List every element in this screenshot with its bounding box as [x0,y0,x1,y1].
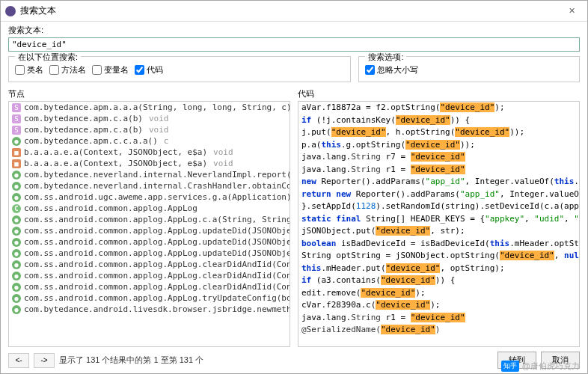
node-sig: com.ss.android.common.applog.AppLog.upda… [24,237,290,247]
code-row[interactable]: @SerializedName("device_id") [298,324,579,337]
node-sig: com.ss.android.common.applog.AppLog.c.a(… [24,215,290,224]
node-ret: void [149,125,169,135]
node-icon: ● [12,171,21,180]
node-row[interactable]: ●com.ss.android.common.applog.AppLog.cle… [9,281,290,292]
code-row[interactable]: jSONObject.put("device_id", str); [298,225,579,238]
code-row[interactable]: boolean isBadDeviceId = isBadDeviceId(th… [298,238,579,251]
node-ret: void [213,147,233,157]
options-legend: 搜索选项: [365,52,406,63]
status-text: 显示了 131 个结果中的第 1 至第 131 个 [59,355,493,366]
node-row[interactable]: ■b.a.a.a.e.a(Context, JSONObject, e$a)vo… [9,147,290,158]
scope-check-1[interactable]: 方法名 [49,64,86,76]
node-row[interactable]: ●com.ss.android.ugc.aweme.app.services.g… [9,191,290,203]
code-row[interactable]: String optString = jSONObject.optString(… [298,250,579,263]
scope-check-2[interactable]: 变量名 [92,64,129,76]
node-row[interactable]: ●com.ss.android.common.applog.AppLog.upd… [9,225,290,236]
watermark-text: @唐伯虎巧克力 [522,361,580,372]
node-row[interactable]: ●com.ss.android.common.applog.AppLog.upd… [9,248,290,259]
node-row[interactable]: Scom.bytedance.apm.a.a.a(String, long, l… [9,102,290,113]
node-sig: com.ss.android.common.applog.AppLog.tryU… [24,293,290,303]
node-sig: com.ss.android.ugc.aweme.app.services.g.… [24,192,290,202]
code-row[interactable]: return new Reporter().addParams("app_id"… [298,188,579,201]
node-sig: com.bytedance.apm.a.a.a(String, long, lo… [24,102,290,112]
scope-fieldset: 在以下位置搜索: 类名方法名变量名代码 [8,56,351,82]
node-row[interactable]: ●com.ss.android.common.applog.AppLog.try… [9,292,290,304]
node-sig: com.bytedance.apm.c.a(b) [24,114,143,123]
watermark: 知乎 @唐伯虎巧克力 [501,361,580,372]
node-row[interactable]: ●com.ss.android.common.applog.AppLog.cle… [9,259,290,270]
option-check-0[interactable]: 忽略大小写 [365,64,418,76]
node-row[interactable]: ●com.ss.android.common.applog.AppLog.c.a… [9,214,290,225]
node-row[interactable]: ●com.ss.android.common.applog.AppLog.upd… [9,236,290,248]
code-row[interactable]: new Reporter().addParams("app_id", Integ… [298,176,579,188]
code-row[interactable]: if (a3.contains("device_id")) { [298,275,579,287]
code-row[interactable]: this.mHeader.put("device_id", optString)… [298,263,579,275]
close-button[interactable]: ✕ [560,4,583,19]
code-row[interactable]: java.lang.String r7 = "device_id" [298,151,579,164]
results-row: 节点 Scom.bytedance.apm.a.a.a(String, long… [1,87,587,347]
node-row[interactable]: ●com.bytedance.neverland.internal.Neverl… [9,169,290,180]
code-row[interactable]: j.put("device_id", h.optString("device_i… [298,126,579,139]
nodes-list[interactable]: Scom.bytedance.apm.a.a.a(String, long, l… [8,101,290,347]
node-sig: com.bytedance.neverland.internal.Neverla… [24,170,290,180]
node-icon: ● [12,249,21,258]
options-fieldset: 搜索选项: 忽略大小写 [358,56,580,82]
node-icon: ● [12,182,21,191]
scope-legend: 在以下位置搜索: [15,52,81,63]
next-button[interactable]: -> [34,353,55,368]
zhihu-icon: 知乎 [501,361,519,372]
node-sig: b.a.a.a.e.a(Context, JSONObject, e$a) [24,159,207,168]
node-sig: b.a.a.a.e.a(Context, JSONObject, e$a) [24,147,207,157]
scope-check-3[interactable]: 代码 [135,64,163,76]
node-sig: com.ss.android.common.applog.AppLog.clea… [24,260,290,269]
node-icon: ● [12,227,21,236]
search-input[interactable] [8,37,580,52]
code-row[interactable]: aVar.f18872a = f2.optString("device_id")… [298,102,579,114]
code-row[interactable]: edit.remove("device_id"); [298,287,579,300]
node-icon: ● [12,283,21,292]
code-row[interactable]: p.a(this.g.optString("device_id")); [298,139,579,152]
code-row[interactable]: static final String[] HEADER_KEYS = {"ap… [298,213,579,226]
node-sig: com.ss.android.common.applog.AppLog [24,203,197,213]
code-row[interactable]: }.setAppId(1128).setRandomId(string).set… [298,200,579,213]
node-ret: void [149,114,169,123]
node-sig: com.ss.android.common.applog.AppLog.upda… [24,248,290,258]
node-icon: ● [12,294,21,303]
node-icon: ● [12,193,21,202]
node-icon: ● [12,215,21,224]
node-sig: com.ss.android.common.applog.AppLog.clea… [24,271,290,280]
nodes-panel: 节点 Scom.bytedance.apm.a.a.a(String, long… [8,87,290,347]
node-row[interactable]: Scom.bytedance.apm.c.a(b)void [9,113,290,124]
search-section: 搜索文本: [1,22,587,53]
window-title: 搜索文本 [20,4,560,17]
code-row[interactable]: java.lang.String r1 = "device_id" [298,164,579,177]
code-row[interactable]: cVar.f28390a.c("device_id"); [298,299,579,312]
code-list[interactable]: aVar.f18872a = f2.optString("device_id")… [298,101,580,347]
scope-check-0[interactable]: 类名 [15,64,43,76]
node-row[interactable]: Scom.bytedance.apm.c.a(b)void [9,124,290,135]
node-sig: com.bytedance.android.livesdk.browser.js… [24,304,290,314]
node-icon: C [12,204,21,213]
search-window: 搜索文本 ✕ 搜索文本: 在以下位置搜索: 类名方法名变量名代码 搜索选项: 忽… [0,0,588,374]
node-ret: void [213,159,233,168]
node-sig: com.ss.android.common.applog.AppLog.upda… [24,226,290,236]
node-sig: com.bytedance.apm.c.a(b) [24,125,143,135]
node-ret: c [164,136,169,146]
prev-button[interactable]: <- [8,353,29,368]
node-row[interactable]: Ccom.ss.android.common.applog.AppLog [9,203,290,214]
node-row[interactable]: ●com.bytedance.neverland.internal.CrashH… [9,180,290,191]
node-icon: ● [12,137,21,146]
node-icon: S [12,126,21,135]
node-row[interactable]: ●com.ss.android.common.applog.AppLog.cle… [9,270,290,281]
node-icon: ● [12,272,21,280]
node-row[interactable]: ●com.bytedance.apm.c.c.a.a()c [9,135,290,147]
node-row[interactable]: ●com.bytedance.android.livesdk.browser.j… [9,304,290,315]
code-row[interactable]: java.lang.String r1 = "device_id" [298,312,579,325]
node-row[interactable]: ■b.a.a.a.e.a(Context, JSONObject, e$a)vo… [9,158,290,169]
footer: <- -> 显示了 131 个结果中的第 1 至第 131 个 转到 取消 [1,347,587,373]
node-icon: ■ [12,159,21,168]
node-icon: S [12,114,21,123]
code-row[interactable]: if (!j.containsKey("device_id")) { [298,114,579,127]
search-label: 搜索文本: [8,25,580,36]
node-sig: com.bytedance.neverland.internal.CrashHa… [24,181,290,191]
